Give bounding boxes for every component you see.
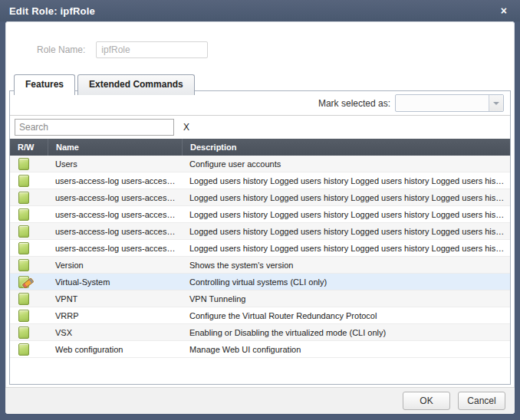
rw-cell xyxy=(10,276,48,288)
mark-selected-dropdown[interactable] xyxy=(395,94,504,112)
feature-name: users-access-log users-access-... xyxy=(48,176,182,185)
table-row[interactable]: VRRPConfigure the Virtual Router Redunda… xyxy=(10,307,510,324)
rw-cell xyxy=(10,208,48,221)
search-input[interactable] xyxy=(15,119,174,136)
rw-cell xyxy=(10,343,48,356)
feature-description: Configure the Virtual Router Redundancy … xyxy=(182,311,510,320)
column-header-name[interactable]: Name xyxy=(48,139,182,156)
feature-name: users-access-log users-access-... xyxy=(48,210,182,219)
grid-header: R/W Name Description xyxy=(10,139,510,156)
rw-cell xyxy=(10,175,48,187)
feature-name: users-access-log users-access-... xyxy=(48,193,182,202)
feature-description: Enabling or Disabling the virtualized mo… xyxy=(182,328,510,337)
feature-description: Logged users history Logged users histor… xyxy=(182,244,510,253)
table-row[interactable]: VersionShows the system's version xyxy=(10,257,510,274)
feature-book-icon xyxy=(18,326,29,339)
feature-book-icon xyxy=(18,158,29,170)
feature-book-icon xyxy=(18,242,29,254)
dropdown-trigger[interactable] xyxy=(489,95,503,111)
table-row[interactable]: VPNTVPN Tunneling xyxy=(10,290,510,307)
table-row[interactable]: users-access-log users-access-...Logged … xyxy=(10,206,510,223)
chevron-down-icon xyxy=(493,102,499,105)
rw-cell xyxy=(10,158,48,170)
feature-description: Logged users history Logged users histor… xyxy=(182,227,510,236)
clear-search-button[interactable]: X xyxy=(183,122,189,133)
feature-name: VPNT xyxy=(48,294,182,304)
table-row[interactable]: users-access-log users-access-...Logged … xyxy=(10,240,510,257)
table-row[interactable]: users-access-log users-access-...Logged … xyxy=(10,223,510,240)
dialog-footer: OK Cancel xyxy=(5,387,515,414)
ok-button[interactable]: OK xyxy=(403,392,450,410)
table-row[interactable]: users-access-log users-access-...Logged … xyxy=(10,189,510,206)
feature-name: Version xyxy=(48,261,182,270)
feature-description: Controlling virtual systems (CLI only) xyxy=(182,277,510,287)
tab-bar: Features Extended Commands xyxy=(14,74,197,94)
feature-description: Logged users history Logged users histor… xyxy=(182,210,510,219)
feature-book-icon xyxy=(18,259,29,271)
role-name-input[interactable] xyxy=(96,41,208,58)
rw-cell xyxy=(10,293,48,305)
feature-description: Logged users history Logged users histor… xyxy=(182,193,510,202)
tab-features[interactable]: Features xyxy=(14,74,75,95)
feature-book-icon xyxy=(18,310,29,322)
rw-cell xyxy=(10,310,48,322)
feature-book-icon xyxy=(18,192,29,204)
table-row[interactable]: UsersConfigure user accounts xyxy=(10,156,510,172)
feature-name: users-access-log users-access-... xyxy=(48,227,182,236)
role-name-label: Role Name: xyxy=(37,44,85,55)
search-bar: X xyxy=(10,116,510,139)
feature-book-icon xyxy=(18,175,29,187)
rw-cell xyxy=(10,242,48,254)
feature-description: Manage Web UI configuration xyxy=(182,345,510,354)
table-row[interactable]: users-access-log users-access-...Logged … xyxy=(10,172,510,189)
rw-cell xyxy=(10,259,48,271)
features-panel: Mark selected as: X R/W Name Description… xyxy=(9,90,511,385)
features-grid: R/W Name Description UsersConfigure user… xyxy=(10,139,510,384)
rw-cell xyxy=(10,192,48,204)
role-name-row: Role Name: xyxy=(37,41,208,58)
feature-book-icon xyxy=(18,208,29,221)
feature-description: Configure user accounts xyxy=(182,159,510,169)
table-row[interactable]: Web configurationManage Web UI configura… xyxy=(10,341,510,358)
feature-name: VRRP xyxy=(48,311,182,320)
feature-name: Users xyxy=(48,159,182,169)
close-icon[interactable]: × xyxy=(499,4,509,18)
table-row[interactable]: Virtual-SystemControlling virtual system… xyxy=(10,274,510,290)
feature-book-icon xyxy=(18,225,29,238)
column-header-rw[interactable]: R/W xyxy=(10,139,48,156)
dialog-title: Edit Role: ipfRole xyxy=(9,5,499,17)
feature-name: VSX xyxy=(48,328,182,337)
cancel-button[interactable]: Cancel xyxy=(458,392,505,410)
read-write-pencil-icon xyxy=(18,276,29,288)
table-body: UsersConfigure user accountsusers-access… xyxy=(10,156,510,384)
feature-name: users-access-log users-access-... xyxy=(48,244,182,253)
tab-extended-commands[interactable]: Extended Commands xyxy=(77,74,195,95)
table-row[interactable]: VSXEnabling or Disabling the virtualized… xyxy=(10,324,510,341)
column-header-description[interactable]: Description xyxy=(182,139,510,156)
rw-cell xyxy=(10,225,48,238)
feature-description: Logged users history Logged users histor… xyxy=(182,176,510,185)
rw-cell xyxy=(10,326,48,339)
mark-selected-label: Mark selected as: xyxy=(318,98,390,109)
dialog-body: Role Name: Features Extended Commands Ma… xyxy=(5,21,515,414)
feature-name: Web configuration xyxy=(48,345,182,354)
feature-description: Shows the system's version xyxy=(182,261,510,270)
dialog-titlebar: Edit Role: ipfRole × xyxy=(0,0,520,21)
feature-book-icon xyxy=(18,343,29,356)
feature-book-icon xyxy=(18,293,29,305)
feature-name: Virtual-System xyxy=(48,277,182,287)
feature-description: VPN Tunneling xyxy=(182,294,510,304)
